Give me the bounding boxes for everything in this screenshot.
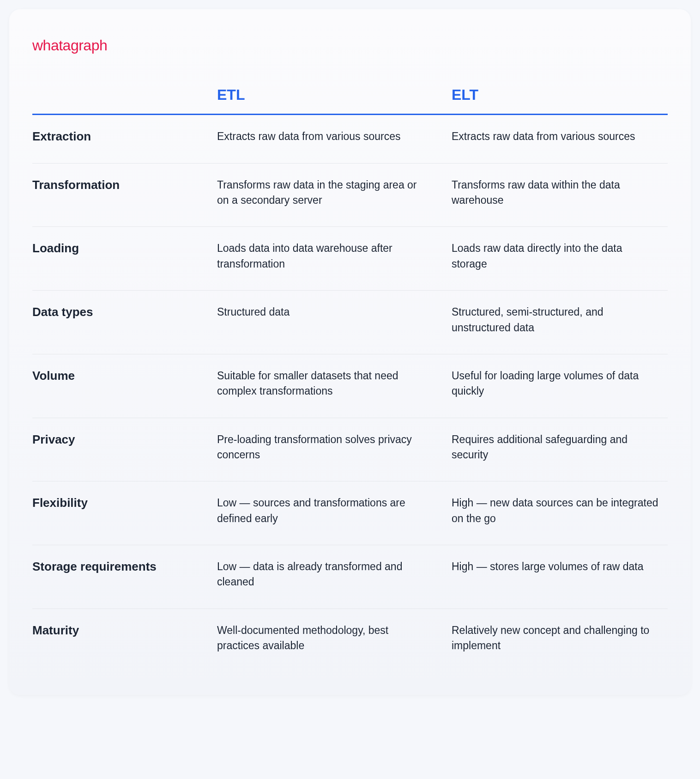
row-label: Extraction [32,129,199,145]
cell-etl: Low — sources and transformations are de… [217,495,433,526]
table-row: Transformation Transforms raw data in th… [32,164,668,227]
table-header-row: ETL ELT [32,86,668,115]
table-row: Volume Suitable for smaller datasets tha… [32,354,668,418]
row-label: Flexibility [32,495,199,526]
brand-logo: whatagraph [32,37,668,54]
cell-etl: Well-documented methodology, best practi… [217,623,433,654]
cell-elt: Structured, semi-structured, and unstruc… [452,304,668,335]
table-row: Privacy Pre-loading transformation solve… [32,418,668,482]
cell-etl: Structured data [217,304,433,335]
cell-etl: Low — data is already transformed and cl… [217,559,433,590]
cell-etl: Extracts raw data from various sources [217,129,433,145]
row-label: Loading [32,241,199,272]
comparison-table: ETL ELT Extraction Extracts raw data fro… [32,86,668,672]
cell-elt: Requires additional safeguarding and sec… [452,432,668,463]
cell-etl: Loads data into data warehouse after tra… [217,241,433,272]
cell-etl: Suitable for smaller datasets that need … [217,368,433,399]
column-header-etl: ETL [217,86,433,103]
row-label: Transformation [32,177,199,208]
cell-elt: High — new data sources can be integrate… [452,495,668,526]
row-label: Storage requirements [32,559,199,590]
row-label: Data types [32,304,199,335]
cell-elt: Useful for loading large volumes of data… [452,368,668,399]
row-label: Privacy [32,432,199,463]
cell-elt: Relatively new concept and challenging t… [452,623,668,654]
cell-elt: High — stores large volumes of raw data [452,559,668,590]
table-row: Extraction Extracts raw data from variou… [32,115,668,164]
table-row: Flexibility Low — sources and transforma… [32,481,668,545]
comparison-card: whatagraph ETL ELT Extraction Extracts r… [9,9,691,695]
row-label: Volume [32,368,199,399]
header-empty-cell [32,86,199,103]
table-row: Loading Loads data into data warehouse a… [32,227,668,291]
cell-etl: Transforms raw data in the staging area … [217,177,433,208]
cell-elt: Loads raw data directly into the data st… [452,241,668,272]
table-row: Maturity Well-documented methodology, be… [32,609,668,672]
table-row: Storage requirements Low — data is alrea… [32,545,668,609]
row-label: Maturity [32,623,199,654]
cell-elt: Extracts raw data from various sources [452,129,668,145]
column-header-elt: ELT [452,86,668,103]
cell-etl: Pre-loading transformation solves privac… [217,432,433,463]
table-row: Data types Structured data Structured, s… [32,291,668,354]
cell-elt: Transforms raw data within the data ware… [452,177,668,208]
